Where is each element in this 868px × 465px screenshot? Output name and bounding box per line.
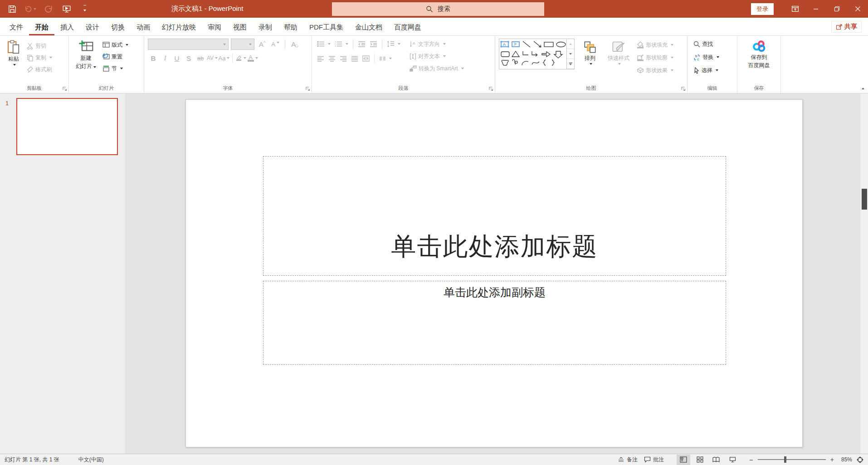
save-to-baidu-button[interactable]: 保存到 百度网盘	[746, 39, 772, 70]
title-placeholder[interactable]: 单击此处添加标题	[263, 156, 726, 276]
minimize-button[interactable]	[805, 0, 826, 18]
vertical-scrollbar[interactable]	[860, 93, 868, 454]
align-center-button[interactable]	[327, 53, 337, 64]
shape-effects-button[interactable]: 形状效果	[635, 65, 675, 76]
italic-button[interactable]: I	[160, 53, 171, 64]
quick-styles-button[interactable]: 快速样式	[605, 39, 632, 66]
subtitle-placeholder[interactable]: 单击此处添加副标题	[263, 281, 726, 365]
format-painter-button[interactable]: 格式刷	[25, 64, 54, 75]
underline-button[interactable]: U	[171, 53, 182, 64]
tab-review[interactable]: 审阅	[202, 19, 227, 35]
reset-button[interactable]: 重置	[101, 51, 130, 62]
slide-sorter-view-button[interactable]	[693, 455, 707, 465]
tab-view[interactable]: 视图	[227, 19, 253, 35]
zoom-out-button[interactable]: −	[749, 456, 753, 464]
line-spacing-button[interactable]	[385, 39, 402, 49]
vertical-scrollbar-thumb[interactable]	[862, 189, 867, 210]
shape-fill-button[interactable]: 形状填充	[635, 39, 675, 50]
zoom-in-button[interactable]: +	[830, 456, 834, 463]
align-right-button[interactable]	[338, 53, 348, 64]
paste-button[interactable]: 粘贴	[2, 39, 25, 67]
slideshow-view-button[interactable]	[726, 455, 739, 465]
character-spacing-button[interactable]: AV	[207, 53, 218, 64]
align-text-button[interactable]: 对齐文本	[408, 51, 465, 62]
tab-insert[interactable]: 插入	[54, 19, 80, 35]
fit-slide-to-window-icon[interactable]	[857, 456, 863, 463]
tab-pdf-tools[interactable]: PDF工具集	[303, 19, 349, 35]
tab-animations[interactable]: 动画	[131, 19, 156, 35]
shapes-gallery[interactable]: A A	[499, 39, 575, 69]
collapse-ribbon-icon[interactable]	[862, 84, 864, 91]
grow-font-button[interactable]: A^	[257, 39, 268, 50]
language-indicator[interactable]: 中文(中国)	[78, 456, 104, 464]
notes-toggle[interactable]: 备注	[618, 456, 638, 464]
zoom-slider-thumb[interactable]	[784, 456, 786, 463]
change-case-button[interactable]: Aa	[219, 53, 229, 64]
tab-home[interactable]: 开始	[29, 19, 54, 35]
clipboard-dialog-launcher-icon[interactable]	[63, 87, 67, 91]
restore-button[interactable]	[826, 0, 847, 18]
highlight-color-button[interactable]	[235, 53, 246, 64]
section-button[interactable]: 节	[101, 63, 130, 74]
tab-help[interactable]: 帮助	[278, 19, 303, 35]
tab-record[interactable]: 录制	[253, 19, 278, 35]
increase-indent-button[interactable]	[368, 39, 379, 49]
close-button[interactable]	[847, 0, 868, 18]
tab-transitions[interactable]: 切换	[105, 19, 131, 35]
zoom-level[interactable]: 85%	[839, 456, 852, 463]
distribute-columns-button[interactable]	[361, 53, 371, 64]
search-input[interactable]: 搜索	[332, 2, 544, 16]
share-button[interactable]: 共享	[831, 21, 862, 33]
tab-file[interactable]: 文件	[4, 19, 29, 35]
save-icon[interactable]	[6, 3, 18, 15]
tab-kingsoft-docs[interactable]: 金山文档	[349, 19, 388, 35]
shapes-scroll-up-icon[interactable]	[567, 39, 574, 49]
normal-view-button[interactable]	[677, 455, 690, 465]
shrink-font-button[interactable]: A	[270, 39, 281, 50]
reading-view-button[interactable]	[709, 455, 723, 465]
paragraph-dialog-launcher-icon[interactable]	[489, 87, 493, 91]
copy-button[interactable]: 复制	[25, 52, 54, 63]
find-button[interactable]: 查找	[692, 39, 721, 49]
justify-button[interactable]	[350, 53, 360, 64]
shapes-gallery-scrollbar[interactable]	[566, 39, 574, 69]
tab-baidu-netdisk[interactable]: 百度网盘	[388, 19, 427, 35]
columns-button[interactable]	[378, 53, 393, 64]
undo-icon[interactable]	[24, 3, 36, 15]
start-slideshow-icon[interactable]	[61, 3, 73, 15]
numbering-button[interactable]	[333, 39, 350, 49]
slide-thumbnail-pane[interactable]: 1	[0, 93, 126, 454]
login-button[interactable]: 登录	[751, 3, 774, 15]
customize-qat-chevron-icon[interactable]	[79, 3, 91, 15]
decrease-indent-button[interactable]	[356, 39, 367, 49]
layout-button[interactable]: 版式	[101, 39, 130, 50]
strikethrough-button[interactable]: ab	[195, 53, 206, 64]
font-dialog-launcher-icon[interactable]	[306, 87, 310, 91]
cut-button[interactable]: 剪切	[25, 40, 54, 51]
redo-icon[interactable]	[43, 3, 54, 15]
text-shadow-button[interactable]: S	[183, 53, 194, 64]
slide-editor[interactable]: 单击此处添加标题 单击此处添加副标题	[185, 99, 803, 447]
text-direction-button[interactable]: A 文字方向	[408, 39, 465, 49]
drawing-dialog-launcher-icon[interactable]	[681, 87, 686, 91]
select-button[interactable]: 选择	[692, 65, 721, 76]
tab-slideshow[interactable]: 幻灯片放映	[156, 19, 202, 35]
tab-design[interactable]: 设计	[80, 19, 105, 35]
font-color-button[interactable]: A	[247, 53, 258, 64]
zoom-slider[interactable]	[758, 459, 826, 460]
clear-formatting-button[interactable]: A◇	[289, 39, 300, 50]
convert-smartart-button[interactable]: 转换为 SmartArt	[408, 63, 465, 74]
align-left-button[interactable]	[316, 53, 326, 64]
slide-thumbnail[interactable]	[16, 98, 118, 155]
bold-button[interactable]: B	[148, 53, 159, 64]
shapes-scroll-down-icon[interactable]	[567, 49, 574, 59]
new-slide-button[interactable]: 新建 幻灯片	[73, 39, 98, 71]
arrange-button[interactable]: 排列	[578, 39, 602, 66]
comments-toggle[interactable]: 批注	[644, 456, 664, 464]
font-name-combo[interactable]	[148, 39, 229, 50]
ribbon-display-options-icon[interactable]	[785, 0, 805, 18]
shape-outline-button[interactable]: 形状轮廓	[635, 52, 675, 63]
replace-button[interactable]: bc 替换	[692, 52, 721, 63]
shapes-gallery-more-icon[interactable]	[567, 59, 574, 69]
font-size-combo[interactable]	[231, 39, 254, 50]
